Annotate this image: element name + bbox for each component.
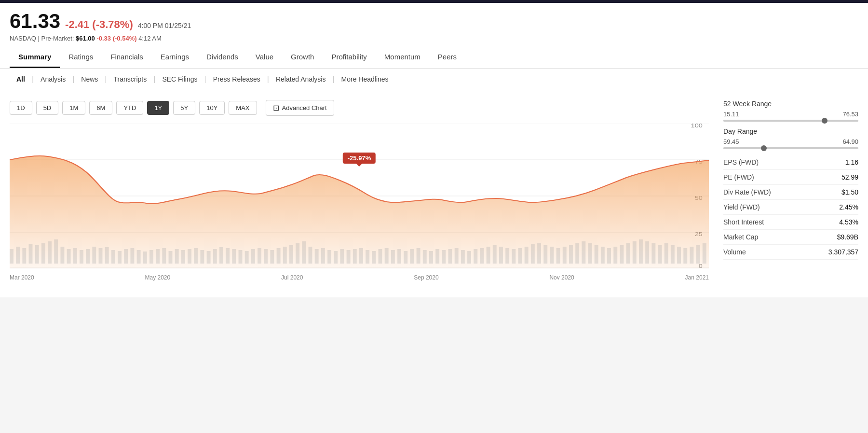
svg-rect-69 [385,248,389,264]
svg-rect-15 [41,243,45,264]
svg-rect-95 [550,247,554,264]
svg-rect-19 [67,249,71,264]
svg-rect-82 [467,251,471,264]
week52-max: 76.53 [842,111,858,118]
svg-rect-81 [461,250,465,264]
svg-rect-67 [372,251,376,264]
svg-rect-50 [264,249,268,264]
svg-rect-64 [353,249,357,264]
svg-rect-36 [175,249,179,264]
metric-label: Market Cap [723,233,758,241]
svg-rect-10 [10,249,14,264]
svg-rect-52 [277,248,281,264]
svg-rect-114 [671,245,675,264]
svg-rect-103 [601,247,605,264]
metric-value: 3,307,357 [828,248,858,256]
week52-fill [723,120,858,122]
week52-min: 15.11 [723,111,739,118]
svg-rect-88 [505,248,509,264]
subnav-all[interactable]: All [10,73,32,85]
day-range: Day Range 59.45 64.90 [723,127,858,149]
svg-rect-21 [80,250,83,264]
metric-value: $9.69B [837,233,858,241]
metric-label: Yield (FWD) [723,203,760,211]
price-row: 61.33 -2.41 (-3.78%) 4:00 PM 01/25/21 [10,10,858,35]
premarket-price: $61.00 [76,35,95,42]
period-max[interactable]: MAX [229,101,257,115]
svg-rect-73 [410,249,414,264]
tab-profitability[interactable]: Profitability [323,47,375,68]
svg-rect-66 [366,250,369,264]
tab-financials[interactable]: Financials [102,47,152,68]
chart-tooltip: -25.97% [343,153,376,164]
metric-label: Short Interest [723,218,764,226]
svg-rect-35 [169,251,173,264]
tab-peers[interactable]: Peers [429,47,465,68]
premarket-time: 4:12 AM [138,35,162,42]
subnav-sec-filings[interactable]: SEC Filings [155,73,204,85]
subnav-press-releases[interactable]: Press Releases [206,73,267,85]
chart-x-labels: Mar 2020 May 2020 Jul 2020 Sep 2020 Nov … [10,272,709,283]
subnav-analysis[interactable]: Analysis [34,73,72,85]
period-6m[interactable]: 6M [89,101,112,115]
tab-value[interactable]: Value [247,47,282,68]
price-chart: 100 75 50 25 0 [10,124,709,268]
subnav-more-headlines[interactable]: More Headlines [335,73,395,85]
metric-row: Short Interest4.53% [723,215,858,230]
svg-rect-45 [232,249,236,264]
period-1y[interactable]: 1Y [147,101,169,115]
advanced-chart-button[interactable]: ⊡ Advanced Chart [266,100,334,116]
chart-wrapper: -25.97% 100 75 50 25 0 [10,124,709,288]
tab-momentum[interactable]: Momentum [376,47,429,68]
svg-rect-65 [359,248,363,264]
svg-rect-110 [645,241,649,264]
svg-rect-44 [226,248,230,264]
svg-rect-13 [29,244,33,264]
svg-rect-29 [130,248,134,264]
svg-rect-46 [239,250,243,264]
x-label-may2020: May 2020 [145,274,171,281]
period-5d[interactable]: 5D [36,101,59,115]
chart-section: 1D 5D 1M 6M YTD 1Y 5Y 10Y MAX ⊡ Advanced… [10,100,709,288]
tab-growth[interactable]: Growth [282,47,323,68]
svg-rect-71 [397,249,401,264]
svg-text:100: 100 [691,124,703,129]
week52-range: 52 Week Range 15.11 76.53 [723,100,858,122]
subnav-related-analysis[interactable]: Related Analysis [269,73,333,85]
week52-track [723,120,858,122]
x-label-mar2020: Mar 2020 [10,274,34,281]
tab-ratings[interactable]: Ratings [60,47,102,68]
svg-rect-12 [22,248,26,264]
svg-rect-60 [327,250,331,264]
svg-rect-47 [245,251,249,264]
period-5y[interactable]: 5Y [173,101,195,115]
svg-rect-92 [531,244,535,264]
period-ytd[interactable]: YTD [116,101,143,115]
tab-earnings[interactable]: Earnings [152,47,198,68]
tab-summary[interactable]: Summary [10,47,60,68]
svg-rect-84 [480,248,484,264]
svg-rect-83 [474,249,477,264]
svg-rect-63 [347,250,351,264]
subnav-news[interactable]: News [74,73,105,85]
svg-rect-20 [73,248,77,264]
price-change: -2.41 (-3.78%) [65,18,133,31]
svg-rect-87 [499,247,503,264]
svg-rect-118 [696,245,700,264]
subnav-transcripts[interactable]: Transcripts [107,73,154,85]
svg-rect-113 [665,243,668,264]
period-1d[interactable]: 1D [10,101,32,115]
tab-dividends[interactable]: Dividends [198,47,247,68]
svg-rect-116 [683,248,687,264]
svg-rect-40 [200,250,204,264]
svg-rect-34 [162,248,166,264]
svg-rect-93 [537,243,541,264]
premarket-row: NASDAQ | Pre-Market: $61.00 -0.33 (-0.54… [10,35,858,47]
svg-rect-30 [137,250,141,264]
svg-rect-37 [181,250,185,264]
period-1m[interactable]: 1M [62,101,85,115]
main-tabs: Summary Ratings Financials Earnings Divi… [10,47,858,68]
svg-rect-99 [575,243,579,264]
svg-rect-58 [315,249,319,264]
period-10y[interactable]: 10Y [199,101,225,115]
